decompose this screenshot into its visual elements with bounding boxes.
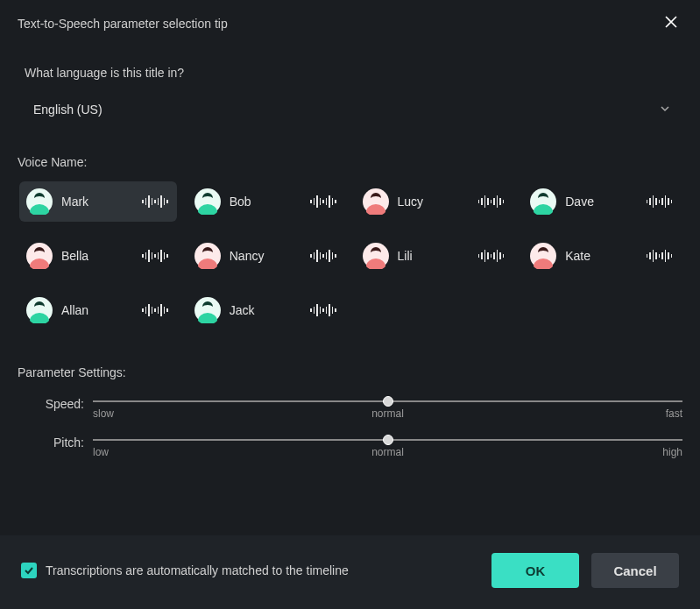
voice-grid: Mark Bob Lucy Dave Bella Nancy Lili Kate [18,181,682,330]
pitch-mid-label: normal [371,446,404,458]
voice-item-jack[interactable]: Jack [187,290,345,330]
waveform-icon [478,250,505,262]
avatar-icon [530,243,556,269]
voice-item-nancy[interactable]: Nancy [187,236,345,276]
dialog-footer: Transcriptions are automatically matched… [0,535,700,609]
waveform-icon [142,304,168,316]
speed-mid-label: normal [371,407,404,420]
pitch-slider[interactable]: low normal high [93,436,682,458]
parameter-label: Parameter Settings: [18,365,682,379]
pitch-max-label: high [662,446,682,458]
voice-item-lili[interactable]: Lili [356,236,513,276]
waveform-icon [647,250,673,262]
checkbox-label: Transcriptions are automatically matched… [46,563,349,577]
tts-dialog: Text-to-Speech parameter selection tip W… [0,0,700,609]
speed-min-label: slow [93,407,114,420]
chevron-down-icon [660,103,670,117]
titlebar: Text-to-Speech parameter selection tip [0,0,700,46]
language-prompt: What language is this title in? [25,66,682,80]
cancel-button[interactable]: Cancel [591,553,679,588]
language-section: What language is this title in? English … [0,46,700,124]
dialog-title: Text-to-Speech parameter selection tip [18,17,228,31]
speed-label: Speed: [18,397,88,411]
waveform-icon [647,195,673,208]
waveform-icon [142,195,168,208]
voice-item-bella[interactable]: Bella [19,236,177,276]
voice-name-label: Nancy [230,249,301,263]
speed-slider[interactable]: slow normal fast [93,397,682,420]
language-dropdown[interactable]: English (US) [18,96,682,124]
voice-name-label: Mark [61,195,133,209]
avatar-icon [194,243,221,269]
language-selected: English (US) [33,103,103,117]
voice-item-kate[interactable]: Kate [523,236,681,276]
parameter-section: Parameter Settings: Speed: slow normal f… [0,330,700,474]
voice-section: Voice Name: Mark Bob Lucy Dave Bella Nan… [0,124,700,330]
waveform-icon [142,250,168,262]
pitch-min-label: low [93,446,109,458]
avatar-icon [194,188,221,215]
avatar-icon [530,188,556,215]
avatar-icon [194,297,221,323]
transcription-checkbox[interactable]: Transcriptions are automatically matched… [21,563,349,578]
speed-thumb[interactable] [383,396,393,407]
footer-buttons: OK Cancel [491,553,679,588]
checkbox-icon [21,563,37,578]
waveform-icon [310,195,336,208]
avatar-icon [26,297,53,323]
pitch-thumb[interactable] [383,435,393,445]
voice-item-bob[interactable]: Bob [187,181,345,222]
voice-item-allan[interactable]: Allan [19,290,177,330]
voice-name-label: Jack [230,303,301,317]
waveform-icon [310,250,336,262]
voice-item-mark[interactable]: Mark [19,181,177,222]
voice-name-label: Allan [61,303,133,317]
voice-section-label: Voice Name: [18,155,682,169]
close-icon [665,16,677,28]
avatar-icon [26,243,53,269]
avatar-icon [363,243,389,269]
speed-max-label: fast [666,407,682,420]
voice-name-label: Kate [565,249,637,263]
voice-name-label: Lucy [398,195,470,209]
pitch-row: Pitch: low normal high [18,436,682,458]
voice-name-label: Bella [61,249,133,263]
voice-name-label: Lili [398,249,470,263]
waveform-icon [478,195,505,208]
close-button[interactable] [660,11,682,36]
voice-item-dave[interactable]: Dave [523,181,681,222]
voice-item-lucy[interactable]: Lucy [356,181,513,222]
ok-button[interactable]: OK [491,553,579,588]
avatar-icon [26,188,53,215]
speed-row: Speed: slow normal fast [18,397,682,420]
voice-name-label: Dave [565,195,637,209]
waveform-icon [310,304,336,316]
pitch-label: Pitch: [18,436,88,450]
avatar-icon [363,188,389,215]
voice-name-label: Bob [230,195,301,209]
